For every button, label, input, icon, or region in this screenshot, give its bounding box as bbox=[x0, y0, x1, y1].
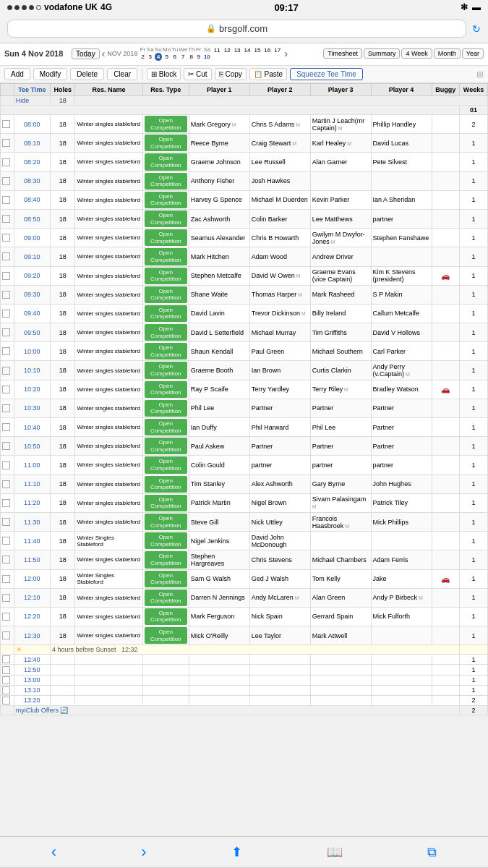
table-row[interactable]: 12:30 18 Winter singles stableford OpenC… bbox=[1, 626, 488, 645]
table-row[interactable]: 10:00 18 Winter singles stableford OpenC… bbox=[1, 342, 488, 361]
res-type-cell[interactable]: OpenCompetition bbox=[142, 456, 189, 475]
table-row[interactable]: 10:20 18 Winter singles stableford OpenC… bbox=[1, 380, 488, 399]
day-12[interactable]: 12 bbox=[223, 46, 232, 61]
empty-check[interactable] bbox=[1, 685, 14, 695]
table-row[interactable]: 12:10 18 Winter singles stableford OpenC… bbox=[1, 588, 488, 607]
res-type-cell[interactable]: OpenCompetition bbox=[142, 626, 189, 645]
table-row[interactable]: 09:30 18 Winter singles stableford OpenC… bbox=[1, 285, 488, 304]
table-row[interactable]: 08:00 18 Winter singles stableford OpenC… bbox=[1, 115, 488, 134]
table-row[interactable]: 09:10 18 Winter singles stableford OpenC… bbox=[1, 247, 488, 266]
hide-label[interactable]: Hide bbox=[14, 96, 50, 106]
copy-button[interactable]: ⎘ Copy bbox=[215, 68, 247, 80]
res-type-cell[interactable]: OpenCompetition bbox=[142, 153, 189, 171]
row-check[interactable] bbox=[1, 209, 14, 228]
row-check[interactable] bbox=[1, 607, 14, 626]
day-14[interactable]: 14 bbox=[243, 46, 252, 61]
day-su4-selected[interactable]: Su4 bbox=[155, 46, 162, 61]
row-check[interactable] bbox=[1, 418, 14, 437]
day-fr2[interactable]: Fr2 bbox=[140, 46, 145, 61]
summary-view-btn[interactable]: Summary bbox=[364, 48, 401, 59]
day-17[interactable]: 17 bbox=[273, 46, 282, 61]
res-type-cell[interactable]: OpenCompetition bbox=[142, 229, 189, 247]
table-row[interactable]: 10:50 18 Winter singles stableford OpenC… bbox=[1, 437, 488, 456]
checkbox[interactable] bbox=[2, 613, 10, 621]
checkbox[interactable] bbox=[2, 442, 10, 450]
empty-row[interactable]: 13:00 1 bbox=[1, 675, 488, 685]
res-type-cell[interactable]: OpenCompetition bbox=[142, 550, 189, 569]
checkbox[interactable] bbox=[2, 404, 10, 412]
table-row[interactable]: 10:10 18 Winter singles stableford OpenC… bbox=[1, 361, 488, 380]
checkbox[interactable] bbox=[2, 252, 10, 260]
res-type-cell[interactable]: OpenCompetition bbox=[142, 190, 189, 209]
checkbox[interactable] bbox=[2, 631, 10, 639]
next-arrow[interactable]: › bbox=[284, 48, 288, 59]
4week-view-btn[interactable]: 4 Week bbox=[401, 48, 432, 59]
table-row[interactable]: 11:20 18 Winter singles stableford OpenC… bbox=[1, 493, 488, 512]
res-type-cell[interactable]: OpenCompetition bbox=[142, 323, 189, 342]
url-input[interactable]: 🔒 brsgolf.com bbox=[7, 20, 466, 38]
res-type-cell[interactable]: OpenCompetition bbox=[142, 437, 189, 456]
checkbox[interactable] bbox=[2, 367, 10, 375]
empty-row[interactable]: 13:20 2 bbox=[1, 695, 488, 705]
res-type-cell[interactable]: OpenCompetition bbox=[142, 493, 189, 512]
res-type-cell[interactable]: OpenCompetition bbox=[142, 134, 189, 153]
day-th8[interactable]: Th8 bbox=[188, 46, 194, 61]
res-type-cell[interactable]: OpenCompetition bbox=[142, 247, 189, 266]
paste-button[interactable]: 📋 Paste bbox=[249, 68, 287, 80]
row-check[interactable] bbox=[1, 626, 14, 645]
row-check[interactable] bbox=[1, 171, 14, 190]
checkbox[interactable] bbox=[2, 215, 10, 223]
checkbox[interactable] bbox=[2, 594, 10, 602]
row-check[interactable] bbox=[1, 380, 14, 399]
res-type-cell[interactable]: OpenCompetition bbox=[142, 380, 189, 399]
checkbox[interactable] bbox=[2, 518, 10, 526]
row-check[interactable] bbox=[1, 493, 14, 512]
checkbox[interactable] bbox=[2, 120, 10, 128]
row-check[interactable] bbox=[1, 342, 14, 361]
day-sa16[interactable]: 16 bbox=[262, 46, 272, 61]
row-check[interactable] bbox=[1, 588, 14, 607]
day-15[interactable]: 15 bbox=[252, 46, 262, 61]
add-button[interactable]: Add bbox=[4, 68, 30, 80]
table-row[interactable]: 09:50 18 Winter singles stableford OpenC… bbox=[1, 323, 488, 342]
checkbox[interactable] bbox=[2, 272, 10, 280]
table-row[interactable]: 08:20 18 Winter singles stableford OpenC… bbox=[1, 153, 488, 171]
row-check[interactable] bbox=[1, 569, 14, 588]
row-check[interactable] bbox=[1, 229, 14, 247]
row-check[interactable] bbox=[1, 134, 14, 153]
row-check[interactable] bbox=[1, 437, 14, 456]
today-button[interactable]: Today bbox=[72, 48, 100, 59]
table-row[interactable]: 08:40 18 Winter singles stableford OpenC… bbox=[1, 190, 488, 209]
day-11[interactable]: 11 bbox=[213, 46, 222, 61]
year-view-btn[interactable]: Year bbox=[462, 48, 484, 59]
table-row[interactable]: 10:30 18 Winter singles stableford OpenC… bbox=[1, 399, 488, 417]
block-button[interactable]: ⊞ Block bbox=[147, 68, 181, 80]
table-row[interactable]: 10:40 18 Winter singles stableford OpenC… bbox=[1, 418, 488, 437]
row-check[interactable] bbox=[1, 323, 14, 342]
table-row[interactable]: 11:10 18 Winter singles stableford OpenC… bbox=[1, 475, 488, 493]
checkbox[interactable] bbox=[2, 480, 10, 488]
checkbox[interactable] bbox=[2, 575, 10, 583]
row-check[interactable] bbox=[1, 304, 14, 323]
row-check[interactable] bbox=[1, 115, 14, 134]
res-type-cell[interactable]: OpenCompetition bbox=[142, 512, 189, 531]
expand-icon[interactable]: ⊞ bbox=[476, 69, 484, 80]
delete-button[interactable]: Delete bbox=[70, 68, 104, 80]
empty-check[interactable] bbox=[1, 655, 14, 665]
checkbox[interactable] bbox=[2, 537, 10, 545]
res-type-cell[interactable]: OpenCompetition bbox=[142, 532, 189, 550]
empty-check[interactable] bbox=[1, 695, 14, 705]
day-mo5[interactable]: Mo5 bbox=[163, 46, 171, 61]
table-row[interactable]: 08:30 18 Winter singles stableford OpenC… bbox=[1, 171, 488, 190]
reload-icon[interactable]: ↻ bbox=[472, 23, 481, 35]
res-type-cell[interactable]: OpenCompetition bbox=[142, 475, 189, 493]
res-type-cell[interactable]: OpenCompetition bbox=[142, 342, 189, 361]
prev-arrow[interactable]: ‹ bbox=[102, 48, 106, 59]
checkbox[interactable] bbox=[2, 177, 10, 185]
table-row[interactable]: 08:10 18 Winter singles stableford OpenC… bbox=[1, 134, 488, 153]
res-type-cell[interactable]: OpenCompetition bbox=[142, 361, 189, 380]
table-row[interactable]: 12:00 18 Winter Singles Stableford OpenC… bbox=[1, 569, 488, 588]
res-type-cell[interactable]: OpenCompetition bbox=[142, 607, 189, 626]
table-row[interactable]: 08:50 18 Winter singles stableford OpenC… bbox=[1, 209, 488, 228]
checkbox[interactable] bbox=[2, 158, 10, 166]
